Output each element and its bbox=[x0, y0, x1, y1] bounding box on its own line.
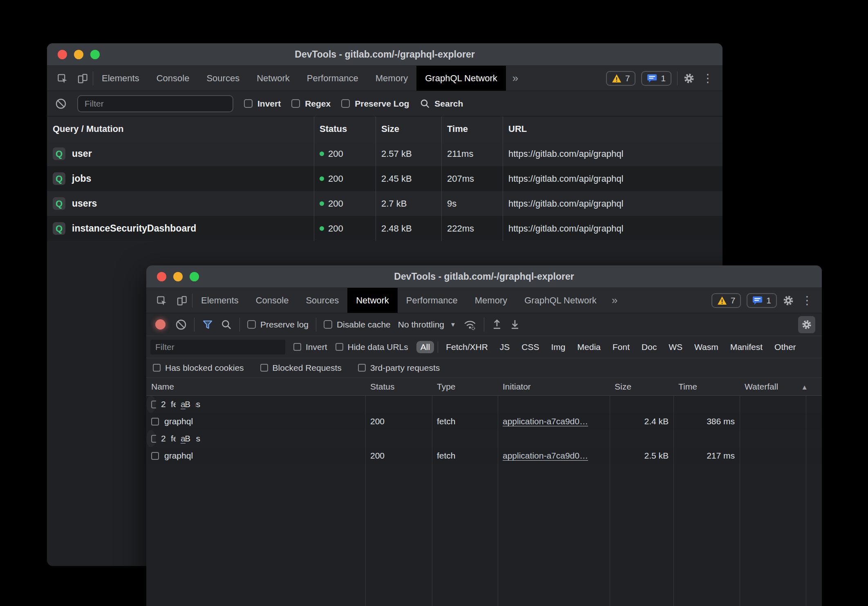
checkbox[interactable] bbox=[244, 99, 253, 108]
inspect-element-icon[interactable] bbox=[155, 294, 168, 307]
row-checkbox[interactable] bbox=[151, 401, 156, 408]
close-button[interactable] bbox=[157, 272, 166, 281]
column-header-size[interactable]: Size bbox=[376, 124, 441, 134]
tab-sources[interactable]: Sources bbox=[297, 288, 347, 313]
tab-network[interactable]: Network bbox=[347, 288, 398, 313]
checkbox[interactable] bbox=[260, 364, 268, 372]
tab-memory[interactable]: Memory bbox=[367, 66, 416, 91]
column-header-name[interactable]: Name bbox=[146, 382, 365, 392]
tab-sources[interactable]: Sources bbox=[198, 66, 248, 91]
type-filter-ws[interactable]: WS bbox=[664, 341, 687, 353]
invert-checkbox[interactable]: Invert bbox=[293, 342, 327, 352]
row-checkbox[interactable] bbox=[151, 452, 159, 460]
zoom-button[interactable] bbox=[190, 272, 199, 281]
warnings-badge[interactable]: 7 bbox=[606, 71, 636, 86]
inspect-element-icon[interactable] bbox=[56, 72, 68, 85]
table-row[interactable]: graphql 200 fetch application-a7ca9d0… 2… bbox=[146, 430, 156, 447]
table-row[interactable]: graphql 200 fetch application-a7ca9d0… 2… bbox=[146, 447, 822, 464]
column-header-initiator[interactable]: Initiator bbox=[498, 382, 610, 392]
tab-performance[interactable]: Performance bbox=[398, 288, 466, 313]
device-toolbar-icon[interactable] bbox=[76, 72, 89, 85]
issues-badge[interactable]: 1 bbox=[641, 71, 671, 86]
block-icon[interactable] bbox=[55, 98, 67, 109]
type-filter-manifest[interactable]: Manifest bbox=[726, 341, 767, 353]
checkbox[interactable] bbox=[336, 343, 343, 351]
tab-console[interactable]: Console bbox=[148, 66, 198, 91]
type-filter-all[interactable]: All bbox=[416, 341, 434, 353]
column-header-waterfall[interactable]: Waterfall bbox=[740, 382, 822, 392]
type-filter-js[interactable]: JS bbox=[496, 341, 514, 353]
more-tabs-icon[interactable]: » bbox=[605, 288, 624, 313]
type-filter-doc[interactable]: Doc bbox=[638, 341, 661, 353]
network-conditions-icon[interactable] bbox=[463, 319, 477, 331]
throttling-dropdown[interactable]: No throttling ▼ bbox=[398, 320, 456, 330]
disable-cache-checkbox[interactable]: Disable cache bbox=[324, 320, 391, 330]
checkbox[interactable] bbox=[358, 364, 366, 372]
network-filter-input[interactable] bbox=[150, 340, 285, 354]
third-party-requests-checkbox[interactable]: 3rd-party requests bbox=[358, 363, 440, 373]
search-icon[interactable] bbox=[221, 319, 232, 330]
issues-badge[interactable]: 1 bbox=[747, 293, 777, 308]
type-filter-fetch-xhr[interactable]: Fetch/XHR bbox=[442, 341, 492, 353]
preserve-log-checkbox[interactable]: Preserve Log bbox=[341, 99, 409, 109]
row-checkbox[interactable] bbox=[151, 435, 156, 443]
tab-graphql-network[interactable]: GraphQL Network bbox=[516, 288, 605, 313]
table-row[interactable]: Q jobs 200 2.45 kB 207ms https://gitlab.… bbox=[47, 166, 723, 191]
type-filter-media[interactable]: Media bbox=[573, 341, 605, 353]
settings-gear-icon[interactable] bbox=[683, 73, 695, 84]
tab-console[interactable]: Console bbox=[247, 288, 298, 313]
tab-memory[interactable]: Memory bbox=[466, 288, 516, 313]
zoom-button[interactable] bbox=[90, 50, 100, 59]
filter-funnel-icon[interactable] bbox=[202, 319, 213, 330]
regex-checkbox[interactable]: Regex bbox=[291, 99, 331, 109]
minimize-button[interactable] bbox=[74, 50, 83, 59]
checkbox[interactable] bbox=[341, 99, 350, 108]
tab-elements[interactable]: Elements bbox=[93, 66, 148, 91]
tab-graphql-network[interactable]: GraphQL Network bbox=[416, 66, 506, 91]
network-settings-button[interactable] bbox=[798, 316, 815, 333]
table-row[interactable]: Q users 200 2.7 kB 9s https://gitlab.com… bbox=[47, 191, 723, 216]
type-filter-css[interactable]: CSS bbox=[517, 341, 543, 353]
sort-ascending-icon[interactable]: ▲ bbox=[801, 383, 808, 392]
column-header-status[interactable]: Status bbox=[365, 382, 432, 392]
preserve-log-checkbox[interactable]: Preserve log bbox=[247, 320, 309, 330]
device-toolbar-icon[interactable] bbox=[176, 294, 188, 307]
kebab-menu-icon[interactable]: ⋮ bbox=[700, 71, 715, 85]
checkbox[interactable] bbox=[324, 320, 332, 329]
column-header-type[interactable]: Type bbox=[432, 382, 498, 392]
minimize-button[interactable] bbox=[173, 272, 183, 281]
close-button[interactable] bbox=[58, 50, 67, 59]
initiator-link[interactable]: application-a7ca9d0… bbox=[503, 451, 588, 461]
column-header-query-mutation[interactable]: Query / Mutation bbox=[47, 124, 314, 134]
column-header-url[interactable]: URL bbox=[503, 124, 723, 134]
tab-network[interactable]: Network bbox=[248, 66, 298, 91]
type-filter-font[interactable]: Font bbox=[608, 341, 634, 353]
initiator-link[interactable]: application-a7ca9d0… bbox=[181, 434, 186, 443]
table-row[interactable]: Q user 200 2.57 kB 211ms https://gitlab.… bbox=[47, 141, 723, 166]
table-row[interactable]: Q instanceSecurityDashboard 200 2.48 kB … bbox=[47, 216, 723, 241]
checkbox[interactable] bbox=[153, 364, 161, 372]
initiator-link[interactable]: application-a7ca9d0… bbox=[503, 417, 588, 426]
table-row[interactable]: graphql 200 fetch application-a7ca9d0… 2… bbox=[146, 396, 156, 413]
import-har-icon[interactable] bbox=[492, 319, 502, 330]
search-button[interactable]: Search bbox=[420, 98, 463, 109]
clear-icon[interactable] bbox=[175, 319, 187, 330]
column-header-size[interactable]: Size bbox=[610, 382, 673, 392]
more-tabs-icon[interactable]: » bbox=[506, 66, 525, 91]
column-header-time[interactable]: Time bbox=[441, 124, 503, 134]
type-filter-other[interactable]: Other bbox=[770, 341, 800, 353]
table-row[interactable]: graphql 200 fetch application-a7ca9d0… 2… bbox=[146, 413, 822, 430]
filter-input[interactable] bbox=[77, 95, 233, 112]
blocked-requests-checkbox[interactable]: Blocked Requests bbox=[260, 363, 342, 373]
checkbox[interactable] bbox=[293, 343, 301, 351]
type-filter-wasm[interactable]: Wasm bbox=[690, 341, 723, 353]
type-filter-img[interactable]: Img bbox=[547, 341, 570, 353]
record-button[interactable] bbox=[155, 319, 166, 330]
column-header-status[interactable]: Status bbox=[314, 124, 376, 134]
tab-elements[interactable]: Elements bbox=[192, 288, 247, 313]
warnings-badge[interactable]: 7 bbox=[711, 293, 741, 308]
invert-checkbox[interactable]: Invert bbox=[244, 99, 281, 109]
tab-performance[interactable]: Performance bbox=[298, 66, 367, 91]
settings-gear-icon[interactable] bbox=[783, 295, 794, 306]
hide-data-urls-checkbox[interactable]: Hide data URLs bbox=[336, 342, 408, 352]
